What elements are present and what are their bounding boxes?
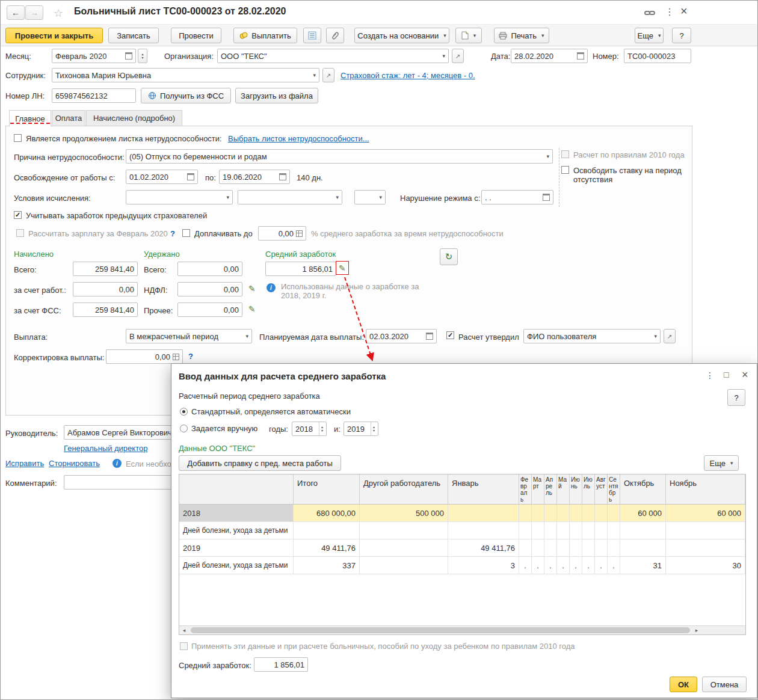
cell[interactable]: 31 xyxy=(620,557,666,574)
cell[interactable]: 337 xyxy=(294,557,360,574)
year-from-stepper[interactable]: ▴▾ xyxy=(319,422,323,435)
cell[interactable]: 2018 xyxy=(179,505,294,521)
cell[interactable] xyxy=(595,539,608,556)
cell[interactable] xyxy=(620,522,666,539)
date-field[interactable]: 28.02.2020 xyxy=(511,49,588,63)
cell[interactable] xyxy=(595,522,608,539)
cell[interactable] xyxy=(360,539,448,556)
release-from-field[interactable]: 01.02.2020 xyxy=(126,170,198,184)
approver-combo[interactable]: ФИО пользователя ▾ xyxy=(523,329,661,343)
organization-combo[interactable]: ООО "ТЕКС" ▾ xyxy=(217,49,449,63)
pay-register-button[interactable] xyxy=(303,28,321,43)
cell[interactable] xyxy=(544,505,557,521)
chevron-down-icon[interactable]: ▾ xyxy=(336,194,339,200)
cell[interactable]: 49 411,76 xyxy=(294,539,360,556)
cell[interactable] xyxy=(620,539,666,556)
stepper-down-icon[interactable]: ▾ xyxy=(141,56,143,60)
cell[interactable]: 2019 xyxy=(179,539,294,556)
scroll-right-icon[interactable]: ▸ xyxy=(692,627,701,633)
cell[interactable] xyxy=(582,539,595,556)
cell[interactable]: 3 xyxy=(448,557,519,574)
edit-other-pencil-icon[interactable]: ✎ xyxy=(248,305,256,313)
cell[interactable] xyxy=(608,522,620,539)
cell[interactable] xyxy=(570,522,582,539)
calendar-icon[interactable] xyxy=(279,173,286,180)
chevron-down-icon[interactable]: ▾ xyxy=(245,333,248,339)
manager-position-link[interactable]: Генеральный директор xyxy=(64,444,147,453)
cell[interactable]: . xyxy=(595,557,608,574)
cell[interactable] xyxy=(544,522,557,539)
calc-salary-help-link[interactable]: ? xyxy=(170,229,175,238)
calendar-icon[interactable] xyxy=(577,52,584,60)
withheld-total-field[interactable]: 0,00 xyxy=(177,262,242,276)
chevron-down-icon[interactable]: ▾ xyxy=(654,333,657,339)
dialog-maximize-icon[interactable]: □ xyxy=(724,370,729,379)
free-rate-checkbox[interactable] xyxy=(561,166,569,174)
accrued-employer-field[interactable]: 0,00 xyxy=(73,282,138,296)
continuation-checkbox[interactable] xyxy=(14,134,22,142)
print-button[interactable]: Печать ▾ xyxy=(494,28,549,43)
forward-button[interactable]: → xyxy=(25,5,43,20)
cell[interactable]: 60 000 xyxy=(620,505,666,521)
get-from-fss-button[interactable]: Получить из ФСС xyxy=(141,88,231,103)
calculator-icon[interactable] xyxy=(173,354,179,360)
cell[interactable] xyxy=(557,505,570,521)
cell[interactable]: . xyxy=(544,557,557,574)
approved-checkbox[interactable]: ✓ xyxy=(446,331,454,339)
dialog-help-button[interactable]: ? xyxy=(727,389,745,406)
cell[interactable] xyxy=(582,505,595,521)
pay-up-field[interactable]: 0,00 xyxy=(258,226,306,241)
cell[interactable] xyxy=(532,522,544,539)
cell[interactable] xyxy=(532,505,544,521)
chevron-down-icon[interactable]: ▾ xyxy=(226,194,229,200)
correction-field[interactable]: 0,00 xyxy=(106,349,183,364)
add-certificate-button[interactable]: Добавить справку с пред. места работы xyxy=(179,455,341,471)
cell[interactable] xyxy=(595,505,608,521)
stepper-down-icon[interactable]: ▾ xyxy=(373,429,375,432)
cell[interactable] xyxy=(294,522,360,539)
release-to-field[interactable]: 19.06.2020 xyxy=(219,170,290,184)
ok-button[interactable]: ОК xyxy=(670,677,697,692)
ndfl-field[interactable]: 0,00 xyxy=(177,282,242,296)
tab-accrued-detail[interactable]: Начислено (подробно) xyxy=(86,110,182,126)
pay-button[interactable]: Выплатить xyxy=(233,28,297,43)
refresh-button[interactable]: ↻ xyxy=(440,248,458,265)
cell[interactable] xyxy=(608,505,620,521)
cell[interactable] xyxy=(557,522,570,539)
titlebar-menu-icon[interactable]: ⋮ xyxy=(665,6,674,17)
dialog-avg-field[interactable]: 1 856,01 xyxy=(254,657,308,672)
approver-open-button[interactable]: ↗ xyxy=(664,329,676,343)
employee-open-button[interactable]: ↗ xyxy=(322,68,334,82)
month-field[interactable]: Февраль 2020 xyxy=(52,49,136,63)
tab-main[interactable]: Главное xyxy=(9,110,51,127)
cell[interactable]: . xyxy=(532,557,544,574)
chevron-down-icon[interactable]: ▾ xyxy=(379,194,382,200)
cell[interactable]: 680 000,00 xyxy=(294,505,360,521)
choose-sheet-link[interactable]: Выбрать листок нетрудоспособности... xyxy=(228,134,369,143)
plan-date-field[interactable]: 02.03.2020 xyxy=(366,329,437,343)
pay-up-checkbox[interactable] xyxy=(182,229,190,237)
payment-combo[interactable]: В межрасчетный период ▾ xyxy=(126,329,252,343)
apply-2010-checkbox[interactable] xyxy=(180,642,188,650)
year-to-stepper[interactable]: ▴▾ xyxy=(371,422,375,435)
calendar-icon[interactable] xyxy=(125,52,132,60)
more-button[interactable]: Еще ▾ xyxy=(635,28,664,43)
accrued-fss-field[interactable]: 259 841,40 xyxy=(73,302,138,317)
sick-leave-number-field[interactable]: 659874562132 xyxy=(52,88,136,103)
cell[interactable] xyxy=(666,539,745,556)
cell[interactable] xyxy=(570,505,582,521)
post-button[interactable]: Провести xyxy=(171,28,221,43)
horizontal-scrollbar[interactable]: ◂ ▸ xyxy=(179,625,745,634)
month-stepper[interactable]: ▴ ▾ xyxy=(138,49,147,63)
other-field[interactable]: 0,00 xyxy=(177,302,242,317)
conditions-combo-3[interactable]: ▾ xyxy=(354,190,386,204)
tab-payment[interactable]: Оплата xyxy=(52,110,85,126)
chevron-down-icon[interactable]: ▾ xyxy=(442,53,445,59)
cell[interactable] xyxy=(666,522,745,539)
standard-period-radio[interactable] xyxy=(180,408,188,416)
cell[interactable] xyxy=(532,539,544,556)
document-actions-button[interactable]: ▾ xyxy=(455,28,482,43)
copy-link-icon[interactable] xyxy=(644,8,655,17)
write-button[interactable]: Записать xyxy=(108,28,159,43)
cell[interactable]: 49 411,76 xyxy=(448,539,519,556)
